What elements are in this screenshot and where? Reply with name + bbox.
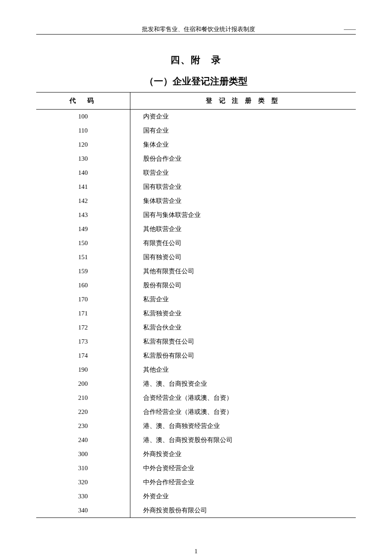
cell-code: 200 bbox=[36, 377, 130, 391]
table-row: 143国有与集体联营企业 bbox=[36, 208, 356, 222]
table-row: 160股份有限公司 bbox=[36, 278, 356, 292]
table-row: 159其他有限责任公司 bbox=[36, 264, 356, 278]
cell-type: 外资企业 bbox=[130, 489, 356, 503]
table-row: 140联营企业 bbox=[36, 166, 356, 180]
table-row: 230港、澳、台商独资经营企业 bbox=[36, 419, 356, 433]
table-row: 173私营有限责任公司 bbox=[36, 335, 356, 349]
cell-type: 外商投资企业 bbox=[130, 447, 356, 461]
table-row: 141国有联营企业 bbox=[36, 180, 356, 194]
cell-code: 120 bbox=[36, 138, 130, 152]
cell-type: 中外合资经营企业 bbox=[130, 461, 356, 475]
cell-code: 330 bbox=[36, 489, 130, 503]
cell-type: 合作经营企业（港或澳、台资） bbox=[130, 405, 356, 419]
cell-type: 港、澳、台商投资股份有限公司 bbox=[130, 433, 356, 447]
cell-type: 联营企业 bbox=[130, 166, 356, 180]
cell-code: 172 bbox=[36, 321, 130, 335]
cell-code: 160 bbox=[36, 278, 130, 292]
cell-code: 340 bbox=[36, 503, 130, 518]
page-number: 1 bbox=[36, 548, 356, 555]
table-row: 330外资企业 bbox=[36, 489, 356, 503]
table-row: 190其他企业 bbox=[36, 363, 356, 377]
cell-type: 股份合作企业 bbox=[130, 152, 356, 166]
section-title: 四、附 录 bbox=[36, 54, 356, 66]
cell-code: 100 bbox=[36, 110, 130, 124]
cell-code: 149 bbox=[36, 222, 130, 236]
cell-type: 国有企业 bbox=[130, 124, 356, 138]
header-title: 批发和零售业、住宿和餐饮业统计报表制度 bbox=[142, 26, 255, 33]
cell-type: 国有独资公司 bbox=[130, 250, 356, 264]
table-row: 170私营企业 bbox=[36, 292, 356, 306]
cell-type: 股份有限公司 bbox=[130, 278, 356, 292]
cell-code: 240 bbox=[36, 433, 130, 447]
table-row: 340外商投资股份有限公司 bbox=[36, 503, 356, 518]
cell-type: 港、澳、台商独资经营企业 bbox=[130, 419, 356, 433]
table-row: 210合资经营企业（港或澳、台资） bbox=[36, 391, 356, 405]
cell-type: 国有与集体联营企业 bbox=[130, 208, 356, 222]
table-row: 320中外合作经营企业 bbox=[36, 475, 356, 489]
cell-code: 210 bbox=[36, 391, 130, 405]
cell-type: 其他企业 bbox=[130, 363, 356, 377]
cell-type: 其他联营企业 bbox=[130, 222, 356, 236]
table-row: 171私营独资企业 bbox=[36, 306, 356, 321]
cell-type: 私营股份有限公司 bbox=[130, 349, 356, 363]
table-row: 240港、澳、台商投资股份有限公司 bbox=[36, 433, 356, 447]
table-header-row: 代 码 登 记 注 册 类 型 bbox=[36, 92, 356, 110]
cell-code: 143 bbox=[36, 208, 130, 222]
cell-type: 集体联营企业 bbox=[130, 194, 356, 208]
cell-type: 有限责任公司 bbox=[130, 236, 356, 250]
cell-code: 171 bbox=[36, 306, 130, 321]
header-right: —— bbox=[344, 26, 356, 33]
table-row: 310中外合资经营企业 bbox=[36, 461, 356, 475]
cell-code: 110 bbox=[36, 124, 130, 138]
cell-code: 220 bbox=[36, 405, 130, 419]
cell-type: 其他有限责任公司 bbox=[130, 264, 356, 278]
cell-type: 私营合伙企业 bbox=[130, 321, 356, 335]
table-row: 220合作经营企业（港或澳、台资） bbox=[36, 405, 356, 419]
cell-code: 159 bbox=[36, 264, 130, 278]
col-header-type: 登 记 注 册 类 型 bbox=[130, 92, 356, 110]
cell-type: 外商投资股份有限公司 bbox=[130, 503, 356, 518]
cell-code: 142 bbox=[36, 194, 130, 208]
table-row: 172私营合伙企业 bbox=[36, 321, 356, 335]
cell-type: 私营企业 bbox=[130, 292, 356, 306]
table-row: 130股份合作企业 bbox=[36, 152, 356, 166]
registration-type-table: 代 码 登 记 注 册 类 型 100内资企业110国有企业120集体企业130… bbox=[36, 92, 356, 518]
table-row: 110国有企业 bbox=[36, 124, 356, 138]
col-header-code: 代 码 bbox=[36, 92, 130, 110]
table-row: 200港、澳、台商投资企业 bbox=[36, 377, 356, 391]
cell-type: 中外合作经营企业 bbox=[130, 475, 356, 489]
subsection-title: （一）企业登记注册类型 bbox=[36, 75, 356, 88]
table-row: 174私营股份有限公司 bbox=[36, 349, 356, 363]
cell-code: 310 bbox=[36, 461, 130, 475]
cell-code: 140 bbox=[36, 166, 130, 180]
cell-code: 230 bbox=[36, 419, 130, 433]
cell-code: 130 bbox=[36, 152, 130, 166]
cell-code: 170 bbox=[36, 292, 130, 306]
cell-type: 内资企业 bbox=[130, 110, 356, 124]
cell-type: 集体企业 bbox=[130, 138, 356, 152]
cell-type: 私营独资企业 bbox=[130, 306, 356, 321]
table-row: 149其他联营企业 bbox=[36, 222, 356, 236]
table-row: 142集体联营企业 bbox=[36, 194, 356, 208]
cell-code: 151 bbox=[36, 250, 130, 264]
table-row: 151国有独资公司 bbox=[36, 250, 356, 264]
cell-type: 私营有限责任公司 bbox=[130, 335, 356, 349]
cell-code: 190 bbox=[36, 363, 130, 377]
table-row: 300外商投资企业 bbox=[36, 447, 356, 461]
cell-type: 合资经营企业（港或澳、台资） bbox=[130, 391, 356, 405]
page-header: 批发和零售业、住宿和餐饮业统计报表制度 —— bbox=[36, 26, 356, 35]
cell-code: 174 bbox=[36, 349, 130, 363]
table-row: 100内资企业 bbox=[36, 110, 356, 124]
cell-code: 300 bbox=[36, 447, 130, 461]
cell-code: 141 bbox=[36, 180, 130, 194]
table-row: 120集体企业 bbox=[36, 138, 356, 152]
cell-code: 150 bbox=[36, 236, 130, 250]
table-row: 150有限责任公司 bbox=[36, 236, 356, 250]
cell-type: 国有联营企业 bbox=[130, 180, 356, 194]
cell-type: 港、澳、台商投资企业 bbox=[130, 377, 356, 391]
cell-code: 320 bbox=[36, 475, 130, 489]
cell-code: 173 bbox=[36, 335, 130, 349]
